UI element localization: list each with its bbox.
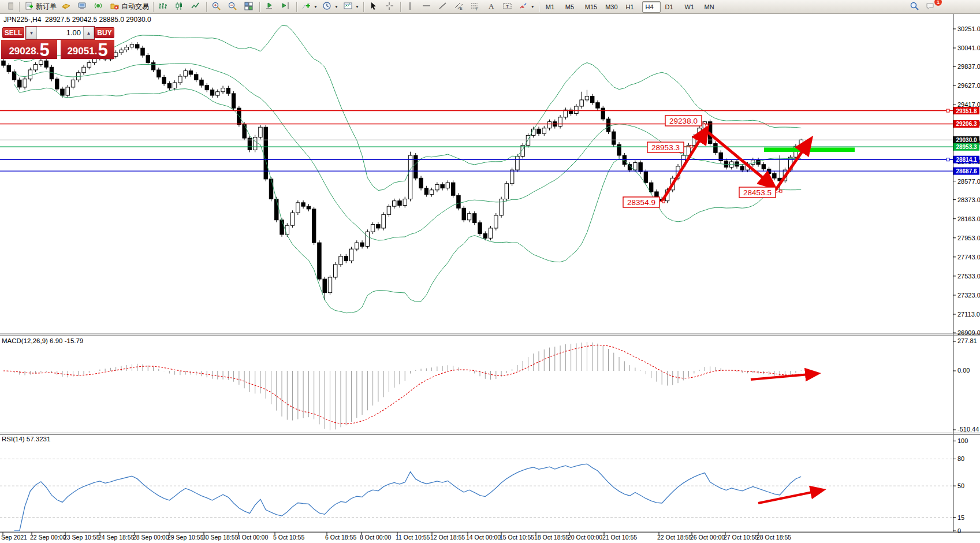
vertical-line-button[interactable] xyxy=(404,1,419,13)
timeline-label[interactable]: 24 Sep 18:55 xyxy=(98,534,135,541)
volume-increase-button[interactable]: ▲ xyxy=(83,27,94,39)
candle-body xyxy=(478,222,482,233)
timeline-label[interactable]: 8 Oct 00:00 xyxy=(360,534,391,541)
new-order-button[interactable]: 新订单 xyxy=(23,1,58,13)
svg-text:A: A xyxy=(489,2,494,10)
horizontal-line-button[interactable] xyxy=(420,1,435,13)
chat-button[interactable]: 1 xyxy=(924,1,939,13)
sell-button[interactable]: SELL xyxy=(2,27,24,38)
timeline-label[interactable]: 14 Oct 00:00 xyxy=(466,534,501,541)
axis-tick-label: 27533.0 xyxy=(957,273,980,280)
templates-button[interactable]: ▼ xyxy=(341,1,361,13)
zoom-in-button[interactable] xyxy=(210,1,225,13)
price-annotation-label[interactable]: 28453.5 xyxy=(739,187,782,198)
timeframe-m1[interactable]: M1 xyxy=(542,1,561,13)
timeframe-m15[interactable]: M15 xyxy=(582,1,601,13)
periods-button[interactable]: ▼ xyxy=(321,1,340,13)
equidistant-channel-button[interactable]: E xyxy=(452,1,467,13)
zoom-out-button[interactable] xyxy=(226,1,241,13)
price-annotation-label[interactable]: 28354.9 xyxy=(623,197,665,207)
candle-body xyxy=(23,79,27,87)
timeline-label[interactable]: 23 Sep 10:55 xyxy=(64,534,100,541)
timeframe-h1[interactable]: H1 xyxy=(623,1,641,13)
timeline-label[interactable]: 21 Oct 10:55 xyxy=(602,534,637,541)
candle-body xyxy=(195,75,198,80)
auto-scroll-icon xyxy=(264,1,274,13)
bar-chart-button[interactable] xyxy=(156,1,172,13)
sell-price-panel[interactable]: 29028. 5 xyxy=(1,40,57,59)
timeline-label[interactable]: 22 Sep 00:00 xyxy=(30,534,66,541)
macd-axis-label: -510.44 xyxy=(957,426,979,433)
timeline-label[interactable]: 29 Sep 10:55 xyxy=(167,534,204,541)
price-annotation-label[interactable]: 29238.0 xyxy=(665,116,708,127)
timeline-label[interactable]: 27 Oct 10:55 xyxy=(724,534,758,541)
timeframe-mn[interactable]: MN xyxy=(701,1,720,13)
timeframe-h4[interactable]: H4 xyxy=(642,1,661,13)
axis-badge: 28814.1 xyxy=(953,156,979,163)
buy-price-panel[interactable]: 29051. 5 xyxy=(61,40,114,59)
candle-body xyxy=(644,172,647,183)
text-button[interactable]: A xyxy=(485,1,500,13)
auto-scroll-button[interactable] xyxy=(263,1,278,13)
timeline-label[interactable]: 26 Oct 00:00 xyxy=(690,534,725,541)
line-chart-button[interactable] xyxy=(189,1,204,13)
candle-body xyxy=(612,132,616,144)
market-watch-button[interactable] xyxy=(59,1,74,13)
axis-tick-label: 27743.0 xyxy=(957,254,980,261)
arrows-button[interactable]: ▼ xyxy=(517,1,536,13)
hline-handle[interactable] xyxy=(947,158,949,161)
timeline-label[interactable]: 4 Oct 00:00 xyxy=(237,534,268,541)
timeline-label[interactable]: 20 Oct 00:00 xyxy=(568,534,602,541)
candle-body xyxy=(430,190,433,195)
terminal-button[interactable] xyxy=(76,1,91,13)
candle-body xyxy=(446,183,449,188)
text-label-button[interactable]: T xyxy=(501,1,516,13)
candlestick-button[interactable] xyxy=(173,1,188,13)
svg-text:28953.3: 28953.3 xyxy=(651,143,680,152)
candle-body xyxy=(141,48,144,55)
candle-body xyxy=(136,44,139,48)
cursor-button[interactable] xyxy=(367,1,382,13)
fibonacci-button[interactable]: F xyxy=(468,1,483,13)
volume-input[interactable]: 1.00 xyxy=(37,27,83,39)
timeframe-m30[interactable]: M30 xyxy=(602,1,621,13)
signals-button[interactable] xyxy=(92,1,107,13)
timeline-label[interactable]: 11 Oct 10:55 xyxy=(396,534,430,541)
candle-body xyxy=(269,179,273,199)
chart-shift-button[interactable] xyxy=(279,1,294,13)
indicators-icon xyxy=(301,1,311,13)
timeline-label[interactable]: 15 Oct 10:55 xyxy=(500,534,534,541)
timeframe-w1[interactable]: W1 xyxy=(681,1,700,13)
rsi-axis-label: 15 xyxy=(957,514,964,521)
timeline-label[interactable]: 6 Oct 18:55 xyxy=(325,534,356,541)
candle-body xyxy=(87,62,91,67)
hline-handle[interactable] xyxy=(947,109,949,112)
search-button[interactable] xyxy=(908,1,923,13)
timeline-label[interactable]: 5 Oct 10:55 xyxy=(273,534,304,541)
indicators-button[interactable]: ▼ xyxy=(300,1,319,13)
timeline-label[interactable]: 28 Sep 00:00 xyxy=(133,534,169,541)
trendline-button[interactable] xyxy=(436,1,451,13)
candle-body xyxy=(280,220,284,235)
timeline-label[interactable]: 18 Oct 18:55 xyxy=(534,534,569,541)
clipped-icon[interactable] xyxy=(2,1,17,13)
timeframe-m5[interactable]: M5 xyxy=(562,1,580,13)
svg-text:29206.3: 29206.3 xyxy=(956,121,977,127)
candle-body xyxy=(457,195,460,208)
timeline-label[interactable]: 12 Oct 18:55 xyxy=(430,534,465,541)
market-watch-icon xyxy=(61,1,71,13)
volume-decrease-button[interactable]: ▼ xyxy=(26,27,37,39)
autotrading-button[interactable]: 自动交易 xyxy=(108,1,151,13)
tile-windows-button[interactable] xyxy=(242,1,257,13)
timeline-label[interactable]: 22 Oct 18:55 xyxy=(657,534,692,541)
buy-button[interactable]: BUY xyxy=(95,27,114,38)
timeline-label[interactable]: 30 Sep 18:55 xyxy=(202,534,239,541)
timeline-label[interactable]: Sep 2021 xyxy=(1,534,27,541)
timeframe-d1[interactable]: D1 xyxy=(662,1,680,13)
timeline-label[interactable]: 28 Oct 18:55 xyxy=(757,534,791,541)
crosshair-button[interactable] xyxy=(383,1,398,13)
green-support-zone[interactable] xyxy=(764,148,855,153)
candle-body xyxy=(323,279,326,293)
candle-body xyxy=(189,71,192,75)
candle-body xyxy=(151,62,155,70)
